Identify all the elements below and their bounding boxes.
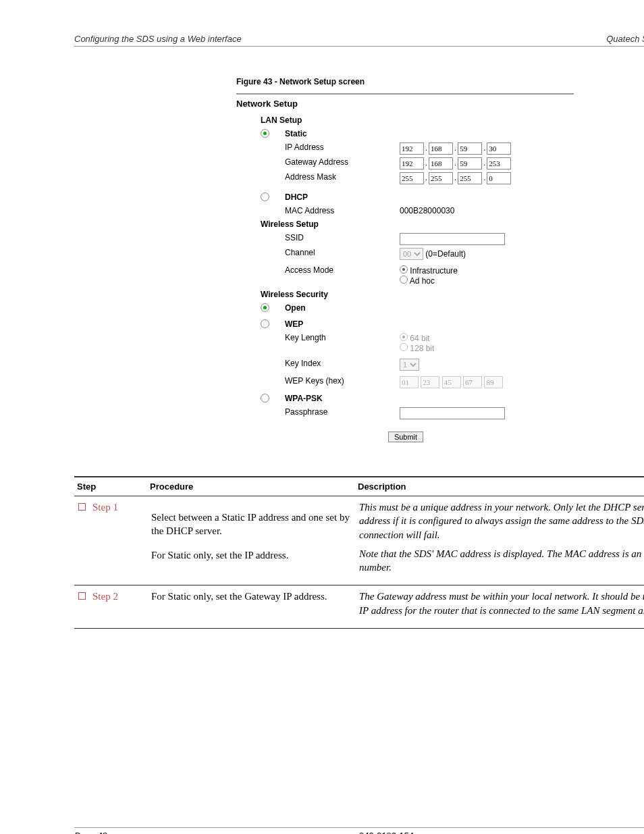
- procedure-text: Select between a Static IP address and o…: [151, 511, 351, 538]
- table-row: Step 1 Select between a Static IP addres…: [74, 496, 644, 585]
- description-text: Note that the SDS' MAC address is displa…: [359, 547, 644, 575]
- keylen-label: Key Length: [285, 333, 400, 342]
- passphrase-label: Passphrase: [285, 407, 400, 417]
- gw-octet-1[interactable]: [400, 157, 424, 170]
- network-setup-title: Network Setup: [236, 99, 574, 109]
- access-mode-label: Access Mode: [285, 265, 400, 275]
- 64bit-radio[interactable]: [400, 333, 408, 341]
- description-text: The Gateway address must be within your …: [359, 590, 644, 617]
- adhoc-radio[interactable]: [400, 276, 408, 284]
- step-number: Step 2: [92, 590, 118, 603]
- procedure-text: For Static only, set the IP address.: [151, 548, 351, 562]
- checkbox-icon: [78, 503, 86, 511]
- passphrase-input[interactable]: [400, 407, 505, 419]
- th-description: Description: [355, 477, 644, 496]
- wireless-setup-heading: Wireless Setup: [261, 219, 574, 229]
- ip-octet-4[interactable]: [487, 142, 511, 155]
- mask-octet-4[interactable]: [487, 172, 511, 184]
- mask-label: Address Mask: [285, 172, 400, 182]
- wep-hex-2[interactable]: [421, 376, 439, 388]
- ssid-label: SSID: [285, 233, 400, 242]
- procedure-text: For Static only, set the Gateway IP addr…: [147, 585, 355, 629]
- static-label: Static: [285, 129, 400, 138]
- wep-label: WEP: [285, 319, 400, 329]
- gw-octet-4[interactable]: [487, 157, 511, 170]
- description-text: This must be a unique address in your ne…: [359, 500, 644, 542]
- lan-setup-heading: LAN Setup: [261, 115, 574, 125]
- gw-octet-2[interactable]: [429, 157, 453, 170]
- wep-hex-5[interactable]: [484, 376, 503, 388]
- network-setup-panel: Network Setup LAN Setup Static IP Addres…: [236, 93, 574, 442]
- steps-table: StepProcedureDescription Step 1 Select b…: [74, 476, 644, 629]
- th-procedure: Procedure: [147, 477, 355, 496]
- wireless-security-heading: Wireless Security: [261, 290, 574, 299]
- 128bit-radio[interactable]: [400, 343, 408, 351]
- ip-octet-3[interactable]: [458, 142, 482, 155]
- submit-button[interactable]: Submit: [388, 432, 423, 442]
- open-label: Open: [285, 303, 400, 313]
- ip-octet-2[interactable]: [429, 142, 453, 155]
- ip-address-label: IP Address: [285, 142, 400, 152]
- static-radio[interactable]: [261, 129, 269, 138]
- th-step: Step: [74, 477, 147, 496]
- channel-select[interactable]: 00: [400, 248, 423, 260]
- infrastructure-radio[interactable]: [400, 265, 408, 273]
- channel-note: (0=Default): [425, 249, 466, 259]
- ssid-input[interactable]: [400, 233, 505, 245]
- infrastructure-label: Infrastructure: [410, 266, 458, 276]
- wpa-label: WPA-PSK: [285, 394, 400, 403]
- dhcp-label: DHCP: [285, 192, 400, 202]
- figure-caption: Figure 43 - Network Setup screen: [236, 77, 644, 86]
- wep-hex-1[interactable]: [400, 376, 419, 388]
- adhoc-label: Ad hoc: [410, 276, 435, 286]
- wep-hex-4[interactable]: [463, 376, 482, 388]
- wepkeys-label: WEP Keys (hex): [285, 376, 400, 386]
- keyidx-label: Key Index: [285, 359, 400, 368]
- table-row: Step 2 For Static only, set the Gateway …: [74, 585, 644, 629]
- channel-label: Channel: [285, 248, 400, 257]
- wep-hex-3[interactable]: [442, 376, 461, 388]
- mac-value: 000B28000030: [400, 206, 574, 215]
- 64bit-label: 64 bit: [410, 334, 429, 343]
- checkbox-icon: [78, 592, 86, 600]
- header-right: Quatech SDS User's Manual: [606, 34, 644, 44]
- ip-octet-1[interactable]: [400, 142, 424, 155]
- header-left: Configuring the SDS using a Web interfac…: [74, 34, 242, 44]
- wep-radio[interactable]: [261, 319, 269, 328]
- open-radio[interactable]: [261, 303, 269, 312]
- 128bit-label: 128 bit: [410, 344, 434, 353]
- dhcp-radio[interactable]: [261, 192, 269, 201]
- wpa-radio[interactable]: [261, 394, 269, 402]
- footer-page: Page 48: [74, 831, 107, 834]
- step-number: Step 1: [92, 500, 118, 514]
- mask-octet-2[interactable]: [429, 172, 453, 184]
- gateway-label: Gateway Address: [285, 157, 400, 167]
- mac-label: MAC Address: [285, 206, 400, 215]
- footer-docnum: 940-0183-154: [358, 831, 413, 834]
- mask-octet-1[interactable]: [400, 172, 424, 184]
- gw-octet-3[interactable]: [458, 157, 482, 170]
- keyidx-select[interactable]: 1: [400, 359, 419, 371]
- mask-octet-3[interactable]: [458, 172, 482, 184]
